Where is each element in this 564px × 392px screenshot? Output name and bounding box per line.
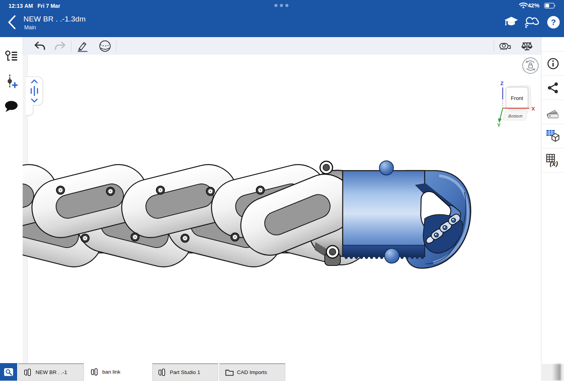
measure-tape-icon — [499, 41, 511, 51]
redo-arrow-icon — [54, 41, 66, 51]
app-header: 12:13 AM Fri 7 Mar 42% NEW BR . .-1.3dm … — [0, 0, 564, 37]
tab-label: Part Studio 1 — [170, 369, 200, 375]
svg-text:(x): (x) — [550, 160, 558, 167]
sketch-button[interactable] — [74, 38, 91, 54]
tab-label: NEW BR . .-1 — [36, 369, 67, 375]
comments-button[interactable] — [0, 94, 23, 119]
document-tab-new-br-1[interactable]: NEW BR . .-1 — [18, 363, 84, 381]
configurations-button[interactable] — [541, 124, 564, 148]
rotate-lock-icon — [524, 59, 537, 72]
view-cube[interactable]: Front Bottom Z X Y — [497, 80, 535, 128]
redo-button[interactable] — [52, 38, 69, 54]
share-button[interactable] — [541, 76, 564, 100]
comment-bubble-icon — [4, 101, 18, 112]
model-viewport[interactable]: Front Bottom Z X Y — [23, 55, 541, 363]
tab-search-icon — [4, 367, 14, 377]
chevron-down-icon[interactable] — [31, 98, 38, 103]
undo-arrow-icon — [34, 41, 46, 51]
axis-x-label: X — [532, 106, 535, 112]
chevron-up-icon[interactable] — [31, 79, 38, 84]
balance-scale-icon — [521, 41, 532, 51]
variables-button[interactable]: (x) — [541, 148, 564, 173]
rotation-lock-button[interactable] — [522, 57, 539, 74]
document-tab-part-studio-1[interactable]: Part Studio 1 — [152, 363, 218, 381]
feature-scrubber-stub — [26, 105, 33, 116]
status-time: 12:13 AM — [9, 3, 33, 9]
tab-label: ban link — [102, 369, 121, 375]
tab-bar: NEW BR . .-1ban linkPart Studio 1CAD Imp… — [0, 363, 564, 381]
pencil-icon — [77, 40, 88, 52]
info-icon — [547, 57, 559, 70]
status-date: Fri 7 Mar — [37, 3, 60, 9]
left-sidebar — [0, 37, 23, 363]
back-chevron-icon — [7, 15, 16, 30]
config-cube-icon — [546, 129, 560, 143]
info-button[interactable] — [541, 51, 564, 76]
feature-list-icon — [5, 50, 18, 63]
battery-percent: 42% — [528, 2, 539, 9]
clasp-top-button[interactable] — [379, 161, 393, 175]
model-canvas[interactable]: Front Bottom Z X Y — [23, 55, 541, 363]
folder-icon — [225, 369, 234, 376]
view-cube-front-label: Front — [511, 95, 523, 101]
axis-y-label: Y — [497, 122, 501, 128]
multitask-dots-icon — [274, 4, 288, 7]
learning-center-button[interactable] — [504, 15, 519, 30]
clasp-bottom-button[interactable] — [384, 248, 399, 263]
graduation-cap-icon — [504, 16, 518, 28]
view-cube-bottom-label[interactable]: Bottom — [508, 114, 523, 118]
question-mark-icon: ? — [547, 16, 560, 29]
battery-icon — [544, 3, 556, 9]
axis-z-label: Z — [500, 80, 504, 86]
part-studio-icon — [158, 369, 167, 376]
appearance-button[interactable] — [541, 100, 564, 124]
feature-scrubber-handle[interactable] — [26, 77, 43, 105]
document-title: NEW BR . .-1.3dm — [23, 15, 85, 23]
part-studio-icon — [24, 369, 32, 376]
offline-cloud-icon — [525, 16, 539, 29]
part-display-button[interactable] — [96, 38, 114, 54]
tab-search-button[interactable] — [0, 363, 17, 381]
offline-sync-button[interactable] — [525, 15, 539, 30]
home-gesture-area — [0, 381, 564, 392]
tab-label: CAD Imports — [237, 369, 267, 375]
insert-feature-icon — [5, 74, 18, 89]
document-tab-ban-link[interactable]: ban link — [85, 363, 151, 381]
workspace-name: Main — [24, 24, 36, 30]
undo-button[interactable] — [31, 38, 48, 54]
swatches-icon — [546, 106, 560, 118]
feature-list-button[interactable] — [0, 44, 23, 69]
help-button[interactable]: ? — [546, 15, 561, 30]
scrubber-icon — [30, 86, 39, 96]
share-icon — [547, 82, 559, 94]
wifi-icon — [519, 2, 528, 9]
back-button[interactable] — [5, 14, 19, 30]
right-sidebar: (x) — [541, 37, 564, 363]
toolbar — [23, 37, 541, 55]
tab-overflow-shadow — [541, 364, 564, 381]
sphere-icon — [99, 40, 111, 52]
document-tab-cad-imports[interactable]: CAD Imports — [219, 363, 285, 381]
mass-properties-button[interactable] — [518, 38, 536, 54]
part-studio-icon — [91, 368, 99, 376]
insert-feature-button[interactable] — [0, 69, 23, 94]
measure-button[interactable] — [496, 38, 514, 54]
variables-table-icon: (x) — [546, 154, 560, 167]
